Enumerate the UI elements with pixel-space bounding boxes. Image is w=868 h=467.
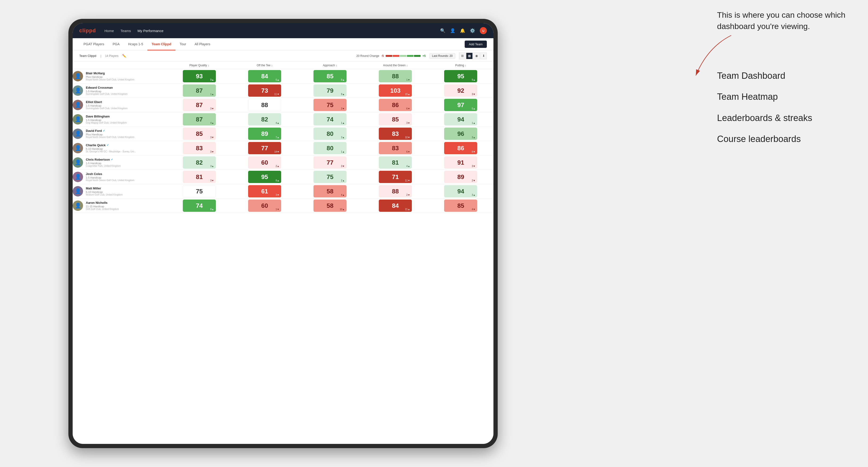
metric-value-container: 83 10▼ (379, 128, 412, 140)
navbar-link-teams[interactable]: Teams (121, 29, 131, 33)
metric-score: 94 (457, 116, 464, 123)
table-row[interactable]: 👤 Blair McHarg Plus Handicap Royal North… (73, 69, 493, 84)
metric-change: 3▼ (472, 93, 475, 96)
metric-score: 97 (457, 101, 464, 109)
column-headers: Player Quality ↓ Off the Tee ↓ Approach … (73, 61, 493, 69)
col-off-tee[interactable]: Off the Tee ↓ (232, 61, 297, 69)
tab-pgat-players[interactable]: PGAT Players (79, 38, 108, 51)
user-icon[interactable]: 👤 (450, 28, 455, 33)
metric-cell: 58 10▲ (298, 198, 363, 213)
player-name[interactable]: Josh Coles (86, 172, 134, 176)
add-team-button[interactable]: Add Team (465, 40, 487, 48)
tab-pga[interactable]: PGA (108, 38, 124, 51)
tab-all-players[interactable]: All Players (190, 38, 214, 51)
view-heatmap-btn[interactable]: ◉ (473, 53, 480, 59)
view-grid-btn[interactable]: ⊞ (459, 53, 466, 59)
tab-hcaps[interactable]: Hcaps 1-5 (124, 38, 148, 51)
metric-change: 3▲ (341, 136, 345, 139)
player-handicap: Plus Handicap (86, 75, 134, 78)
view-table-btn[interactable]: ▦ (466, 53, 473, 59)
player-cell: 👤 Josh Coles 1-5 Handicap Royal North De… (73, 170, 166, 184)
view-download-btn[interactable]: ⬇ (480, 53, 487, 59)
navbar: clippd Home Teams My Performance 🔍 👤 🔔 ⚙… (73, 23, 493, 38)
player-info: 👤 Elliot Ebert 1-5 Handicap Sunningdale … (73, 100, 166, 110)
metric-value-container: 74 1▲ (313, 113, 346, 125)
settings-icon[interactable]: ⚙️ (470, 28, 475, 33)
metric-value-container: 58 10▲ (313, 199, 346, 212)
metric-score: 81 (392, 159, 399, 166)
metric-value-container: 80 3▲ (313, 128, 346, 140)
metric-score: 85 (196, 130, 203, 137)
player-name[interactable]: Edward Crossman (86, 86, 128, 89)
player-info: 👤 Dave Billingham 1-5 Handicap Gog Magog… (73, 114, 166, 125)
player-details: Aaron Nicholls 11-15 Handicap Drift Golf… (86, 201, 119, 210)
metric-change: 3▲ (210, 165, 214, 167)
table-row[interactable]: 👤 Aaron Nicholls 11-15 Handicap Drift Go… (73, 198, 493, 213)
navbar-link-performance[interactable]: My Performance (137, 29, 163, 33)
player-name[interactable]: Chris Robertson ✓ (86, 158, 121, 161)
player-name[interactable]: Matt Miller (86, 187, 123, 190)
metric-cell: 87 1▲ (166, 84, 232, 98)
player-cell: 👤 Blair McHarg Plus Handicap Royal North… (73, 69, 166, 84)
player-details: Charlie Quick ✓ 6-10 Handicap St. George… (86, 144, 136, 153)
player-name[interactable]: Blair McHarg (86, 71, 134, 75)
col-around-green[interactable]: Around the Green ↓ (363, 61, 428, 69)
metric-value-container: 87 4▲ (183, 113, 216, 125)
metric-change: 2▼ (406, 194, 410, 196)
col-player-quality[interactable]: Player Quality ↓ (166, 61, 232, 69)
col-player (73, 61, 166, 69)
metric-score: 83 (392, 145, 399, 152)
table-row[interactable]: 👤 Charlie Quick ✓ 6-10 Handicap St. Geor… (73, 141, 493, 155)
table-row[interactable]: 👤 Josh Coles 1-5 Handicap Royal North De… (73, 170, 493, 184)
metric-score: 82 (196, 159, 203, 166)
metric-value-container: 77 3▼ (313, 156, 346, 168)
edit-icon[interactable]: ✏️ (122, 54, 126, 58)
search-icon[interactable]: 🔍 (440, 28, 445, 33)
view-toggle: ⊞ ▦ ◉ ⬇ (459, 53, 487, 59)
dashboard-options: Team Dashboard Team Heatmap Leaderboards… (717, 69, 854, 145)
metric-score: 103 (390, 87, 401, 94)
metric-value-container: 88 2▼ (379, 185, 412, 197)
player-name[interactable]: David Ford ✓ (86, 129, 134, 132)
col-approach[interactable]: Approach ↓ (298, 61, 363, 69)
player-name[interactable]: Aaron Nicholls (86, 201, 119, 205)
player-name[interactable]: Elliot Ebert (86, 100, 128, 104)
player-avatar: 👤 (73, 100, 83, 110)
tab-team-clippd[interactable]: Team Clippd (148, 38, 176, 51)
metric-change: 4▼ (472, 208, 475, 211)
tab-tour[interactable]: Tour (176, 38, 190, 51)
option-team-heatmap[interactable]: Team Heatmap (717, 91, 854, 103)
table-row[interactable]: 👤 Elliot Ebert 1-5 Handicap Sunningdale … (73, 98, 493, 112)
metric-cell: 86 6▼ (363, 98, 428, 112)
player-club: Drift Golf Club, United Kingdom (86, 208, 119, 210)
metric-cell: 80 1▲ (298, 141, 363, 155)
metric-cell: 84 21▲ (363, 198, 428, 213)
metric-value-container: 95 9▲ (444, 70, 477, 82)
bell-icon[interactable]: 🔔 (460, 28, 465, 33)
metric-change: 1▲ (472, 122, 475, 124)
table-row[interactable]: 👤 Matt Miller 6-10 Handicap Woburn Golf … (73, 184, 493, 198)
metric-score: 86 (457, 145, 464, 152)
col-putting[interactable]: Putting ↓ (428, 61, 493, 69)
metric-cell: 77 3▼ (298, 155, 363, 170)
last-rounds-button[interactable]: Last Rounds: 20 (430, 53, 455, 59)
option-leaderboards[interactable]: Leaderboards & streaks (717, 112, 854, 124)
metric-cell: 83 3▼ (166, 141, 232, 155)
arrow-svg (689, 33, 741, 80)
table-row[interactable]: 👤 Chris Robertson ✓ 1-5 Handicap Craigmi… (73, 155, 493, 170)
metric-cell: 96 3▲ (428, 127, 493, 141)
table-row[interactable]: 👤 Dave Billingham 1-5 Handicap Gog Magog… (73, 112, 493, 127)
player-name[interactable]: Dave Billingham (86, 115, 127, 118)
player-name[interactable]: Charlie Quick ✓ (86, 144, 136, 147)
metric-change: 9▲ (472, 79, 475, 81)
navbar-link-home[interactable]: Home (104, 29, 114, 33)
toolbar: Team Clippd | 14 Players ✏️ 20 Round Cha… (73, 51, 493, 61)
metric-score: 81 (196, 173, 203, 181)
table-row[interactable]: 👤 David Ford ✓ Plus Handicap Royal North… (73, 127, 493, 141)
metric-value-container: 84 6▲ (248, 70, 281, 82)
metric-cell: 85 3▼ (363, 112, 428, 127)
avatar[interactable]: U (480, 27, 487, 34)
table-row[interactable]: 👤 Edward Crossman 1-5 Handicap Sunningda… (73, 84, 493, 98)
player-details: Edward Crossman 1-5 Handicap Sunningdale… (86, 86, 128, 95)
option-course-leaderboards[interactable]: Course leaderboards (717, 133, 854, 145)
